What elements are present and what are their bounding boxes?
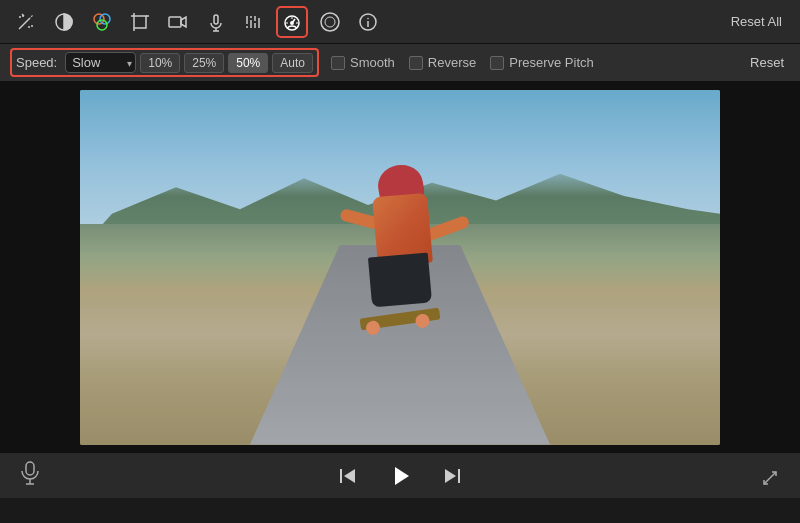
vignette-icon[interactable] xyxy=(314,6,346,38)
speed-50-button[interactable]: 50% xyxy=(228,53,268,73)
speed-reset-button[interactable]: Reset xyxy=(744,53,790,72)
speed-10-button[interactable]: 10% xyxy=(140,53,180,73)
svg-point-33 xyxy=(321,13,339,31)
speed-dropdown[interactable]: Slow Normal Fast Custom xyxy=(65,52,136,73)
equalizer-icon[interactable] xyxy=(238,6,270,38)
magic-wand-icon[interactable] xyxy=(10,6,42,38)
svg-point-8 xyxy=(100,14,110,24)
preserve-pitch-label: Preserve Pitch xyxy=(509,55,594,70)
svg-rect-38 xyxy=(26,462,34,475)
speedometer-icon[interactable] xyxy=(276,6,308,38)
toggle-group: Smooth Reverse Preserve Pitch xyxy=(331,55,594,70)
speed-toolbar: Speed: Slow Normal Fast Custom 10% 25% 5… xyxy=(0,44,800,82)
playback-controls xyxy=(40,459,760,493)
reverse-toggle[interactable]: Reverse xyxy=(409,55,476,70)
smooth-toggle[interactable]: Smooth xyxy=(331,55,395,70)
svg-rect-16 xyxy=(214,15,218,24)
speed-25-button[interactable]: 25% xyxy=(184,53,224,73)
color-balance-icon[interactable] xyxy=(48,6,80,38)
reverse-checkbox[interactable] xyxy=(409,56,423,70)
svg-point-9 xyxy=(97,20,107,30)
svg-point-37 xyxy=(367,17,369,19)
preserve-pitch-toggle[interactable]: Preserve Pitch xyxy=(490,55,594,70)
speed-dropdown-wrap: Slow Normal Fast Custom xyxy=(65,52,136,73)
svg-point-34 xyxy=(325,17,335,27)
microphone-button[interactable] xyxy=(20,461,40,490)
svg-rect-15 xyxy=(169,17,181,27)
blur-overlay xyxy=(80,90,720,445)
skip-forward-button[interactable] xyxy=(437,461,467,491)
svg-rect-10 xyxy=(134,16,146,28)
top-toolbar: Reset All xyxy=(0,0,800,44)
smooth-label: Smooth xyxy=(350,55,395,70)
video-frame xyxy=(80,90,720,445)
video-scene xyxy=(80,90,720,445)
video-area xyxy=(0,82,800,452)
reverse-label: Reverse xyxy=(428,55,476,70)
speed-section: Speed: Slow Normal Fast Custom 10% 25% 5… xyxy=(10,48,319,77)
audio-icon[interactable] xyxy=(200,6,232,38)
speed-auto-button[interactable]: Auto xyxy=(272,53,313,73)
fullscreen-button[interactable] xyxy=(760,463,780,488)
svg-line-43 xyxy=(764,478,770,484)
info-icon[interactable] xyxy=(352,6,384,38)
play-button[interactable] xyxy=(383,459,417,493)
reset-all-button[interactable]: Reset All xyxy=(723,10,790,33)
speed-label: Speed: xyxy=(16,55,57,70)
color-wheels-icon[interactable] xyxy=(86,6,118,38)
preserve-pitch-checkbox[interactable] xyxy=(490,56,504,70)
video-camera-icon[interactable] xyxy=(162,6,194,38)
svg-line-44 xyxy=(770,472,776,478)
skip-back-button[interactable] xyxy=(333,461,363,491)
bottom-controls xyxy=(0,452,800,498)
svg-point-29 xyxy=(291,21,293,23)
smooth-checkbox[interactable] xyxy=(331,56,345,70)
crop-icon[interactable] xyxy=(124,6,156,38)
